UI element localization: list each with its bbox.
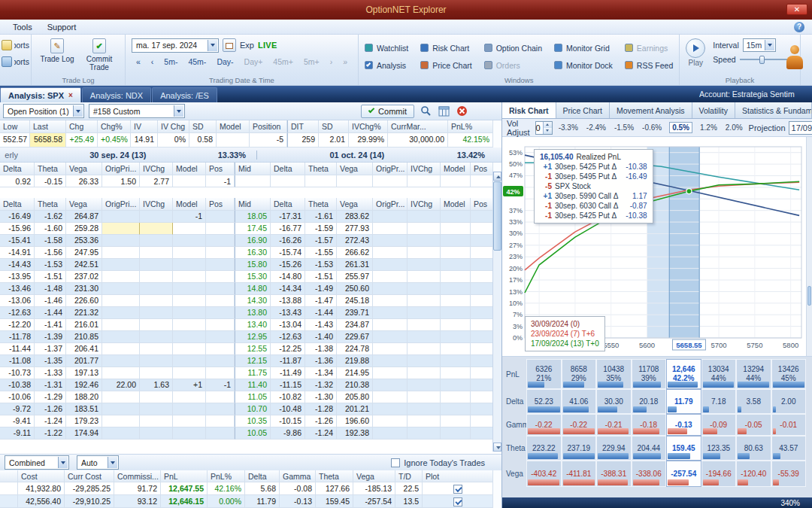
chain-cell[interactable] <box>173 343 206 355</box>
chain-cell[interactable]: -1.44 <box>305 307 337 319</box>
chain-cell[interactable]: 11.40 <box>235 379 271 391</box>
chain-cell[interactable] <box>373 367 408 379</box>
chain-cell[interactable] <box>373 355 408 367</box>
chain-cell[interactable]: 174.94 <box>66 427 102 440</box>
chain-cell[interactable] <box>471 403 493 415</box>
chain-cell[interactable]: 229.67 <box>337 331 373 343</box>
chain-cell[interactable]: 234.87 <box>337 319 373 331</box>
chain-cell[interactable]: -12.20 <box>0 319 35 331</box>
chain-cell[interactable]: -13.06 <box>0 295 35 307</box>
chain-cell[interactable]: 201.21 <box>337 403 373 415</box>
chain-cell[interactable] <box>140 283 173 295</box>
chain-cell[interactable] <box>102 427 140 440</box>
chain-cell[interactable]: 245.18 <box>337 295 373 307</box>
vertical-scrollbar[interactable] <box>806 137 812 356</box>
columns-icon[interactable] <box>437 105 450 118</box>
reports-button-2[interactable]: Reports <box>2 53 29 70</box>
chain-cell[interactable]: 16.30 <box>235 247 271 259</box>
chain-cell[interactable] <box>305 175 337 187</box>
chain-header[interactable]: Model <box>441 198 471 211</box>
chain-cell[interactable] <box>140 247 173 259</box>
chain-cell[interactable] <box>373 331 408 343</box>
chain-cell[interactable] <box>102 247 140 259</box>
chain-cell[interactable] <box>471 271 493 283</box>
chain-cell[interactable]: -15.96 <box>0 223 35 235</box>
chain-cell[interactable] <box>408 235 441 247</box>
chain-cell[interactable]: 22.00 <box>102 379 140 391</box>
chain-cell[interactable] <box>373 379 408 391</box>
chain-cell[interactable]: 250.60 <box>337 283 373 295</box>
chain-cell[interactable] <box>408 247 441 259</box>
chain-cell[interactable]: -17.31 <box>271 211 305 223</box>
chain-cell[interactable] <box>140 343 173 355</box>
chain-header[interactable]: Pos <box>206 163 235 175</box>
chain-cell[interactable]: 1.63 <box>140 379 173 391</box>
chain-cell[interactable]: -1.47 <box>305 295 337 307</box>
chain-cell[interactable] <box>206 427 235 440</box>
vol-preset[interactable]: -0.6% <box>641 123 662 132</box>
chevron-down-icon[interactable] <box>108 457 117 468</box>
chain-cell[interactable]: 237.02 <box>66 271 102 283</box>
chain-cell[interactable] <box>408 403 441 415</box>
chain-cell[interactable] <box>408 367 441 379</box>
chain-cell[interactable]: 224.78 <box>337 343 373 355</box>
chain-cell[interactable]: -10.48 <box>271 403 305 415</box>
chain-cell[interactable] <box>408 355 441 367</box>
chain-cell[interactable] <box>471 283 493 295</box>
vol-preset[interactable]: 0.5% <box>669 122 692 133</box>
delete-icon[interactable] <box>455 105 468 118</box>
chain-cell[interactable]: -11.44 <box>0 343 35 355</box>
close-window-button[interactable]: ✕ <box>786 4 807 15</box>
chain-row[interactable]: -15.96-1.60259.2817.45-16.77-1.59277.93 <box>0 223 501 235</box>
window-toggle-watchlist[interactable]: Watchlist <box>365 44 408 53</box>
chain-cell[interactable]: -13.88 <box>271 295 305 307</box>
chain-cell[interactable]: -1.32 <box>305 379 337 391</box>
chain-cell[interactable]: 264.87 <box>66 211 102 223</box>
chain-cell[interactable]: -12.63 <box>271 331 305 343</box>
chain-cell[interactable] <box>471 319 493 331</box>
chain-cell[interactable] <box>102 235 140 247</box>
chain-cell[interactable] <box>173 427 206 440</box>
chain-cell[interactable] <box>206 307 235 319</box>
chain-cell[interactable]: -9.41 <box>0 415 35 427</box>
chain-cell[interactable]: -1.53 <box>35 259 66 271</box>
chain-cell[interactable] <box>408 379 441 391</box>
vol-preset[interactable]: 2.0% <box>725 123 744 132</box>
user-profile-icon[interactable] <box>785 45 804 74</box>
chain-cell[interactable]: -1.38 <box>305 343 337 355</box>
chain-cell[interactable]: -1.41 <box>35 319 66 331</box>
chain-cell[interactable] <box>408 331 441 343</box>
chain-cell[interactable]: -16.26 <box>271 235 305 247</box>
chain-cell[interactable]: -11.49 <box>271 367 305 379</box>
chain-cell[interactable] <box>408 415 441 427</box>
chain-cell[interactable]: 10.70 <box>235 403 271 415</box>
chain-cell[interactable] <box>441 295 471 307</box>
chain-cell[interactable]: 196.60 <box>337 415 373 427</box>
chain-cell[interactable] <box>471 331 493 343</box>
calendar-icon[interactable] <box>223 38 236 52</box>
chain-cell[interactable] <box>441 247 471 259</box>
chain-cell[interactable]: 11.05 <box>235 391 271 403</box>
chain-cell[interactable] <box>206 295 235 307</box>
chain-cell[interactable] <box>373 235 408 247</box>
chain-cell[interactable]: -10.06 <box>0 391 35 403</box>
chain-cell[interactable]: 201.77 <box>66 355 102 367</box>
chain-cell[interactable] <box>173 331 206 343</box>
vol-preset[interactable]: -2.4% <box>586 123 607 132</box>
chain-row[interactable]: -15.41-1.58253.3616.90-16.26-1.57272.43 <box>0 235 501 247</box>
chain-cell[interactable]: 15.30 <box>235 271 271 283</box>
chain-cell[interactable] <box>173 271 206 283</box>
chain-header[interactable]: Mid <box>235 163 271 175</box>
chain-cell[interactable] <box>102 355 140 367</box>
chain-header[interactable]: Delta <box>0 198 35 211</box>
scrollbar-thumb[interactable] <box>807 286 811 306</box>
chain-row[interactable]: -14.43-1.53242.5115.80-15.26-1.53261.31 <box>0 259 501 271</box>
chain-cell[interactable] <box>441 211 471 223</box>
chain-cell[interactable]: 247.95 <box>66 247 102 259</box>
chain-cell[interactable]: 183.51 <box>66 403 102 415</box>
chain-row[interactable]: -11.78-1.39210.8512.95-12.63-1.40229.67 <box>0 331 501 343</box>
chain-cell[interactable]: -1.33 <box>35 367 66 379</box>
chain-cell[interactable]: -1.51 <box>305 271 337 283</box>
chain-cell[interactable]: -9.86 <box>271 427 305 440</box>
chain-cell[interactable]: -0.15 <box>35 175 66 187</box>
